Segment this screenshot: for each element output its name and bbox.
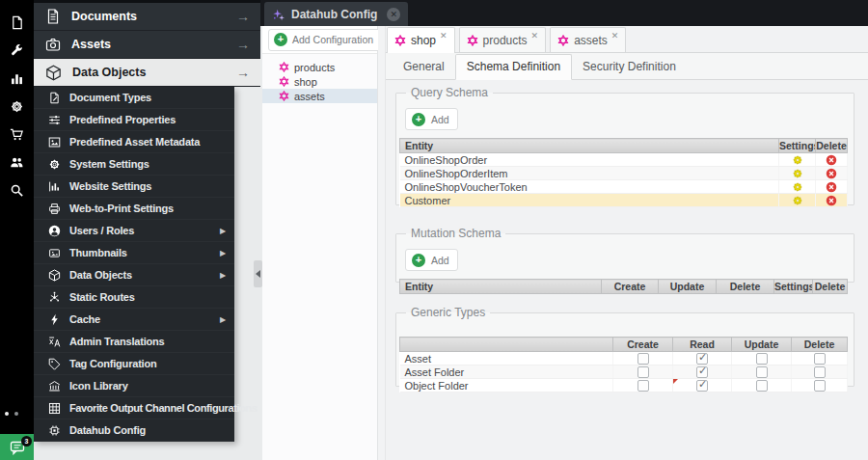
- users-icon[interactable]: [0, 149, 34, 176]
- menu-item-icon-library[interactable]: Icon Library: [34, 375, 234, 397]
- menu-item-tag-configuration[interactable]: Tag Configuration: [34, 353, 234, 375]
- table-row-highlighted[interactable]: Customer: [400, 194, 848, 207]
- tree-item-label: assets: [294, 91, 325, 102]
- tree-item-products[interactable]: products: [262, 60, 377, 74]
- settings-gear-icon[interactable]: [792, 168, 803, 179]
- column-header-delete[interactable]: Delete: [813, 280, 848, 294]
- document-icon[interactable]: [0, 9, 34, 37]
- grid-icon: [48, 402, 61, 415]
- update-checkbox[interactable]: [756, 380, 768, 392]
- close-icon[interactable]: ✕: [531, 31, 539, 41]
- close-icon[interactable]: ✕: [440, 31, 448, 41]
- update-checkbox[interactable]: [756, 366, 768, 378]
- column-header-settings[interactable]: Settings: [774, 280, 813, 294]
- column-header-read[interactable]: Read: [673, 338, 732, 352]
- delete-checkbox[interactable]: [814, 380, 826, 392]
- mutation-schema-add-button[interactable]: + Add: [405, 249, 458, 271]
- column-header-entity[interactable]: Entity: [400, 280, 602, 294]
- menu-item-datahub-config[interactable]: Datahub Config: [34, 419, 234, 442]
- table-row: Asset Folder: [400, 365, 848, 379]
- menu-section-data-objects[interactable]: Data Objects →: [34, 59, 260, 87]
- tab-assets[interactable]: assets ✕: [550, 27, 626, 52]
- table-row[interactable]: OnlineShopVoucherToken: [400, 180, 848, 194]
- delete-icon[interactable]: [826, 195, 837, 206]
- notifications-button[interactable]: 3: [0, 434, 34, 460]
- table-row[interactable]: OnlineShopOrderItem: [400, 167, 848, 180]
- delete-icon[interactable]: [826, 181, 837, 193]
- document-types-icon: [48, 92, 61, 104]
- column-header-settings[interactable]: Settings: [779, 139, 816, 153]
- read-checkbox[interactable]: [696, 366, 708, 378]
- workspace-tab-label: Datahub Config: [291, 8, 377, 21]
- subtab-schema-definition[interactable]: Schema Definition: [455, 54, 572, 80]
- delete-icon[interactable]: [826, 154, 837, 166]
- column-header-delete[interactable]: Delete: [792, 338, 848, 352]
- bar-chart-icon[interactable]: [0, 65, 34, 93]
- menu-item-label: Data Objects: [69, 269, 132, 281]
- read-checkbox[interactable]: [696, 353, 708, 365]
- tab-label: products: [483, 34, 528, 47]
- menu-item-label: Thumbnails: [69, 247, 127, 258]
- column-header-create[interactable]: Create: [613, 338, 673, 352]
- tree-item-assets[interactable]: assets: [262, 89, 377, 103]
- table-row[interactable]: OnlineShopOrder: [400, 153, 848, 167]
- update-checkbox[interactable]: [756, 353, 768, 365]
- settings-gear-icon[interactable]: [792, 181, 803, 193]
- chevron-right-icon: ▶: [220, 271, 226, 280]
- arrow-right-icon: →: [236, 65, 250, 80]
- menu-item-predefined-properties[interactable]: Predefined Properties: [34, 109, 234, 131]
- gear-icon[interactable]: [0, 93, 34, 121]
- settings-gear-icon[interactable]: [792, 154, 803, 166]
- settings-gear-icon[interactable]: [792, 195, 803, 206]
- menu-item-admin-translations[interactable]: Admin Translations: [34, 331, 234, 353]
- menu-item-thumbnails[interactable]: Thumbnails ▶: [34, 242, 234, 264]
- menu-item-system-settings[interactable]: System Settings: [34, 153, 234, 176]
- menu-item-favorite-output-channel-configurations[interactable]: Favorite Output Channel Configurations: [34, 397, 234, 419]
- close-icon[interactable]: ✕: [611, 31, 619, 41]
- menu-section-label: Documents: [71, 10, 137, 23]
- column-header-update[interactable]: Update: [732, 338, 792, 352]
- main-menu: Documents → Assets → Data Objects →: [34, 0, 260, 87]
- menu-section-documents[interactable]: Documents →: [34, 3, 260, 31]
- read-checkbox[interactable]: [696, 380, 708, 392]
- search-icon[interactable]: [0, 176, 34, 204]
- menu-item-cache[interactable]: Cache ▶: [34, 309, 234, 331]
- tab-shop[interactable]: shop ✕: [387, 27, 455, 53]
- subtab-security-definition[interactable]: Security Definition: [572, 54, 687, 79]
- menu-item-predefined-asset-metadata[interactable]: Predefined Asset Metadata: [34, 131, 234, 153]
- column-header-delete[interactable]: Delete: [717, 280, 774, 294]
- query-schema-fieldset: Query Schema + Add Entity Settings Delet…: [395, 86, 854, 205]
- tab-products[interactable]: products ✕: [459, 27, 547, 52]
- delete-checkbox[interactable]: [814, 366, 826, 378]
- hexagram-icon: [279, 76, 289, 87]
- menu-item-website-settings[interactable]: Website Settings: [34, 176, 234, 198]
- icon-rail: [0, 0, 34, 460]
- sidebar-collapse-handle[interactable]: [254, 260, 262, 287]
- cart-icon[interactable]: [0, 121, 34, 149]
- column-header-update[interactable]: Update: [659, 280, 717, 294]
- panel-splitter[interactable]: [378, 26, 386, 460]
- menu-item-data-objects[interactable]: Data Objects ▶: [34, 264, 234, 286]
- query-schema-add-button[interactable]: + Add: [405, 108, 458, 130]
- wrench-icon[interactable]: [0, 37, 34, 65]
- menu-section-assets[interactable]: Assets →: [34, 31, 260, 59]
- column-header-entity[interactable]: Entity: [400, 139, 779, 153]
- chip-icon: [48, 424, 61, 437]
- settings-submenu: Document Types Predefined Properties Pre…: [34, 87, 234, 442]
- close-icon[interactable]: ✕: [387, 8, 400, 21]
- delete-checkbox[interactable]: [814, 353, 826, 365]
- menu-item-document-types[interactable]: Document Types: [34, 87, 234, 109]
- create-checkbox[interactable]: [637, 380, 649, 392]
- delete-icon[interactable]: [826, 168, 837, 179]
- column-header-create[interactable]: Create: [602, 280, 659, 294]
- subtab-general[interactable]: General: [393, 54, 455, 79]
- menu-item-users-roles[interactable]: Users / Roles ▶: [34, 220, 234, 242]
- menu-item-web-to-print-settings[interactable]: Web-to-Print Settings: [34, 198, 234, 220]
- tree-item-shop[interactable]: shop: [262, 74, 377, 89]
- workspace-tab-datahub-config[interactable]: Datahub Config ✕: [264, 2, 408, 26]
- create-checkbox[interactable]: [637, 353, 649, 365]
- create-checkbox[interactable]: [637, 366, 649, 378]
- query-schema-table: Entity Settings Delete OnlineShopOrder O…: [399, 138, 848, 207]
- column-header-delete[interactable]: Delete: [816, 139, 848, 153]
- menu-item-static-routes[interactable]: Static Routes: [34, 286, 234, 309]
